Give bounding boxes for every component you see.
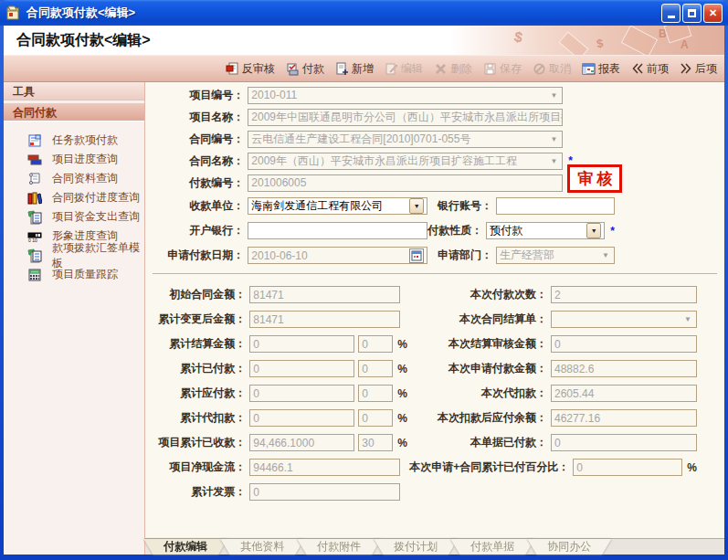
visual-progress-icon: 0 10 bbox=[27, 229, 42, 244]
contract-info-icon bbox=[27, 172, 42, 186]
settlement-sheet-combobox[interactable]: ▼ bbox=[551, 311, 697, 328]
delete-icon bbox=[434, 62, 448, 76]
amount-row: 累计变更后金额： 81471 本次合同结算单： ▼ bbox=[145, 307, 724, 332]
amount-row: 累计代扣款： 0 0 % 本次扣款后应付余额： 46277.16 bbox=[145, 406, 724, 430]
current-request-amount-field[interactable]: 48882.6 bbox=[551, 360, 697, 377]
cumulative-payable-field[interactable]: 0 bbox=[249, 385, 354, 402]
chevron-down-icon[interactable]: ▼ bbox=[586, 223, 601, 238]
chevron-down-icon[interactable]: ▼ bbox=[409, 198, 424, 214]
net-cash-flow-field[interactable]: 94466.1 bbox=[249, 459, 400, 476]
cumulative-paid-field[interactable]: 0 bbox=[249, 360, 354, 377]
sidebar-item-contract-info[interactable]: 合同资料查询 bbox=[4, 169, 144, 188]
project-received-field[interactable]: 94,466.1000 bbox=[249, 434, 354, 451]
cumulative-settlement-field[interactable]: 0 bbox=[249, 335, 354, 353]
chevron-down-icon: ▼ bbox=[684, 315, 693, 323]
pay-icon bbox=[286, 62, 300, 76]
next-icon bbox=[680, 62, 692, 75]
sidebar-tools-header[interactable]: 工具 bbox=[4, 82, 144, 100]
save-icon bbox=[483, 62, 497, 76]
form-row: 申请付款日期： 2010-06-10 申请部门： 生产经营部 ▼ bbox=[145, 243, 724, 268]
amount-row: 累计结算金额： 0 0 % 本次结算审核金额： 0 bbox=[145, 332, 724, 356]
payee-combobox[interactable]: 海南剑发通信工程有限公司 ▼ bbox=[248, 197, 427, 215]
project-no-combobox[interactable]: 2010-011 ▼ bbox=[248, 87, 563, 104]
cumulative-paid-pct-field[interactable]: 0 bbox=[358, 360, 393, 377]
contract-no-combobox[interactable]: 云电信通生产建设工程合同[2010]0701-055号 ▼ bbox=[248, 131, 563, 148]
settlement-audit-amount-field[interactable]: 0 bbox=[551, 335, 697, 353]
unaudit-button[interactable]: 反审核 bbox=[226, 61, 275, 77]
new-icon bbox=[335, 62, 349, 76]
sidebar-item-contract-allocation-progress[interactable]: 合同拨付进度查询 bbox=[4, 188, 144, 207]
amount-after-change-field[interactable]: 81471 bbox=[249, 311, 400, 328]
window-title: 合同款项付款<编辑> bbox=[26, 5, 661, 21]
project-quality-icon bbox=[27, 268, 42, 282]
apply-dept-combobox[interactable]: 生产经营部 ▼ bbox=[496, 247, 615, 264]
initial-contract-amount-field[interactable]: 81471 bbox=[249, 286, 400, 303]
tab-allocation-plan[interactable]: 拨付计划 bbox=[374, 539, 458, 555]
amount-row: 累计已付款： 0 0 % 本次申请付款金额： 48882.6 bbox=[145, 356, 724, 381]
minimize-button[interactable] bbox=[661, 4, 681, 23]
tab-collaboration[interactable]: 协同办公 bbox=[527, 539, 611, 555]
tab-payment-edit[interactable]: 付款编辑 bbox=[143, 539, 227, 555]
form-row: 开户银行： 付款性质： 预付款 ▼ * bbox=[145, 218, 724, 243]
sidebar-item-task-payment[interactable]: 任务款项付款 bbox=[4, 131, 144, 150]
balance-after-deduction-field[interactable]: 46277.16 bbox=[551, 409, 697, 427]
cumulative-withholding-pct-field[interactable]: 0 bbox=[358, 409, 393, 427]
prev-icon bbox=[631, 62, 644, 75]
pay-button[interactable]: 付款 bbox=[286, 61, 324, 77]
bank-account-field[interactable] bbox=[496, 197, 615, 215]
fund-expense-icon bbox=[27, 210, 42, 225]
payment-form: 项目编号： 2010-011 ▼ 项目名称： 2009年中国联通昆明市分公司（西… bbox=[145, 82, 724, 538]
cumulative-payable-pct-field[interactable]: 0 bbox=[358, 385, 393, 402]
cumulative-invoice-field[interactable]: 0 bbox=[249, 483, 400, 501]
project-received-pct-field[interactable]: 30 bbox=[358, 434, 393, 451]
close-button[interactable]: ✕ bbox=[703, 4, 723, 23]
current-withholding-field[interactable]: 2605.44 bbox=[551, 385, 697, 402]
form-row: 合同名称： 2009年（西山）平安城市永昌派出所项目扩容施工工程 ▼ * bbox=[145, 150, 724, 172]
banner-image: $ $ B A bbox=[450, 26, 724, 55]
toolbar: 反审核 付款 新增 编辑 删除 保存 取消 报表 bbox=[4, 55, 724, 82]
project-progress-icon bbox=[27, 153, 42, 167]
chevron-down-icon: ▼ bbox=[602, 251, 611, 259]
chevron-down-icon: ▼ bbox=[550, 91, 559, 100]
next-item-button[interactable]: 后项 bbox=[680, 61, 717, 77]
report-button[interactable]: 报表 bbox=[582, 61, 620, 77]
sidebar-section-contract-payment[interactable]: 合同付款 bbox=[4, 103, 144, 122]
amount-row: 项目净现金流： 94466.1 本次申请+合同累计已付百分比： 0 % bbox=[145, 455, 724, 480]
contract-name-combobox[interactable]: 2009年（西山）平安城市永昌派出所项目扩容施工工程 ▼ bbox=[248, 153, 563, 170]
payment-no-field[interactable]: 201006005 bbox=[248, 174, 563, 192]
tab-other-info[interactable]: 其他资料 bbox=[220, 539, 304, 555]
document-paid-field[interactable]: 0 bbox=[551, 434, 697, 451]
task-payment-icon bbox=[27, 133, 42, 148]
tab-payment-documents[interactable]: 付款单据 bbox=[450, 539, 534, 555]
window-titlebar: 合同款项付款<编辑> ✕ bbox=[0, 0, 728, 26]
payment-type-combobox[interactable]: 预付款 ▼ bbox=[486, 222, 605, 239]
unaudit-icon bbox=[226, 62, 239, 76]
project-name-field[interactable]: 2009年中国联通昆明市分公司（西山）平安城市永昌派出所项目扩 bbox=[248, 109, 563, 126]
page-header: 合同款项付款<编辑> $ $ B A bbox=[4, 26, 724, 55]
allocation-progress-icon bbox=[27, 191, 42, 206]
amount-row: 累计应付款： 0 0 % 本次代扣款： 2605.44 bbox=[145, 381, 724, 406]
sidebar-item-fund-expense-query[interactable]: 项目资金支出查询 bbox=[4, 207, 144, 227]
maximize-button[interactable] bbox=[682, 4, 702, 23]
bank-field[interactable] bbox=[248, 222, 427, 239]
amount-row: 初始合同金额： 81471 本次付款次数： 2 bbox=[145, 282, 724, 307]
cancel-button: 取消 bbox=[533, 61, 571, 77]
cumulative-settlement-pct-field[interactable]: 0 bbox=[358, 335, 393, 353]
tab-payment-attachments[interactable]: 付款附件 bbox=[297, 539, 381, 555]
required-asterisk: * bbox=[610, 225, 615, 238]
cumulative-paid-percent-field[interactable]: 0 bbox=[573, 459, 682, 476]
minimize-icon bbox=[668, 16, 675, 18]
report-icon bbox=[582, 62, 596, 76]
payment-count-field[interactable]: 2 bbox=[551, 286, 697, 303]
prev-item-button[interactable]: 前项 bbox=[631, 61, 669, 77]
amount-row: 累计发票： 0 bbox=[145, 480, 724, 504]
sidebar-item-payment-sign-template[interactable]: 款项拨款汇签单模板 bbox=[4, 246, 144, 265]
app-icon bbox=[5, 5, 21, 21]
main-panel: 项目编号： 2010-011 ▼ 项目名称： 2009年中国联通昆明市分公司（西… bbox=[145, 82, 724, 555]
cumulative-withholding-field[interactable]: 0 bbox=[249, 409, 354, 427]
new-button[interactable]: 新增 bbox=[335, 61, 374, 77]
apply-date-field[interactable]: 2010-06-10 bbox=[248, 247, 427, 264]
sidebar-item-project-progress[interactable]: 项目进度查询 bbox=[4, 150, 144, 169]
calendar-icon[interactable] bbox=[409, 248, 424, 263]
form-row: 付款编号： 201006005 bbox=[145, 172, 724, 194]
